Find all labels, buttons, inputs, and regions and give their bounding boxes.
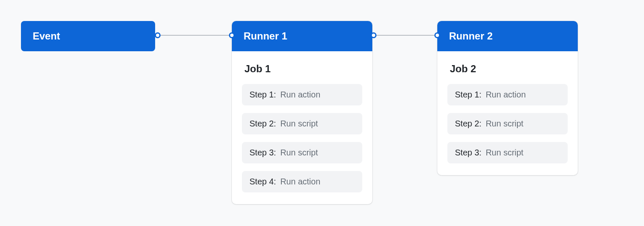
step-action: Run script — [280, 119, 318, 129]
runner-header: Runner 1 — [232, 21, 372, 51]
connector-dot — [434, 32, 440, 38]
step-label: Step 3: — [455, 148, 481, 158]
step-item: Step 3: Run script — [447, 142, 568, 163]
step-action: Run action — [486, 90, 526, 100]
step-item: Step 2: Run script — [242, 113, 362, 134]
step-item: Step 3: Run script — [242, 142, 362, 163]
event-node: Event — [21, 21, 155, 51]
step-action: Run script — [280, 148, 318, 158]
workflow-diagram: Event Runner 1 Job 1 Step 1: Run action … — [0, 0, 644, 226]
step-list: Step 1: Run action Step 2: Run script St… — [242, 84, 362, 192]
step-item: Step 4: Run action — [242, 171, 362, 192]
runner-node-2: Runner 2 Job 2 Step 1: Run action Step 2… — [437, 21, 578, 175]
step-list: Step 1: Run action Step 2: Run script St… — [447, 84, 568, 163]
step-label: Step 2: — [249, 119, 276, 129]
job-title: Job 2 — [447, 63, 568, 75]
connector-dot — [155, 32, 161, 38]
step-item: Step 1: Run action — [242, 84, 362, 105]
step-label: Step 3: — [249, 148, 276, 158]
step-item: Step 1: Run action — [447, 84, 568, 105]
connector-dot — [371, 32, 377, 38]
connector-runner1-to-runner2 — [371, 35, 439, 36]
runner-body: Job 2 Step 1: Run action Step 2: Run scr… — [437, 51, 578, 175]
step-action: Run action — [280, 177, 320, 187]
step-label: Step 1: — [249, 90, 276, 100]
step-action: Run script — [486, 119, 523, 129]
runner-title: Runner 1 — [244, 30, 287, 42]
connector-event-to-runner1 — [155, 35, 234, 36]
connector-dot — [229, 32, 235, 38]
runner-node-1: Runner 1 Job 1 Step 1: Run action Step 2… — [232, 21, 372, 204]
runner-title: Runner 2 — [449, 30, 493, 42]
runner-body: Job 1 Step 1: Run action Step 2: Run scr… — [232, 51, 372, 204]
step-action: Run script — [486, 148, 523, 158]
step-item: Step 2: Run script — [447, 113, 568, 134]
step-label: Step 4: — [249, 177, 276, 187]
step-label: Step 2: — [455, 119, 481, 129]
event-label: Event — [33, 30, 60, 42]
step-label: Step 1: — [455, 90, 481, 100]
step-action: Run action — [280, 90, 320, 100]
runner-header: Runner 2 — [437, 21, 578, 51]
job-title: Job 1 — [242, 63, 362, 75]
